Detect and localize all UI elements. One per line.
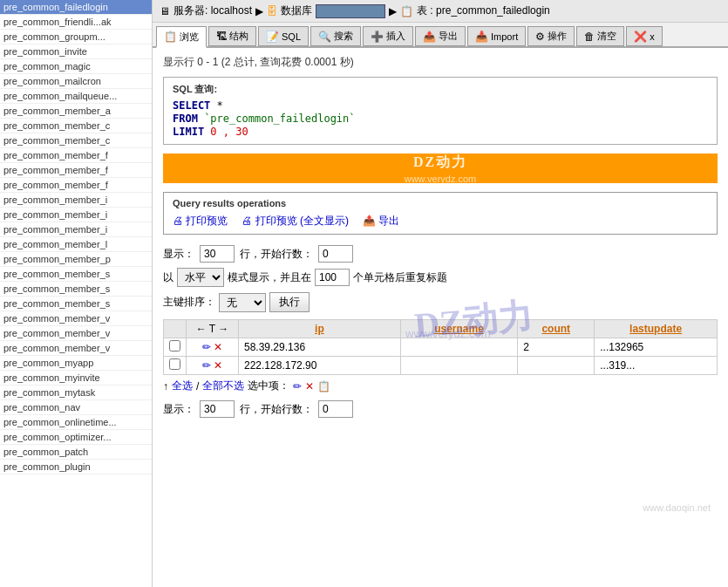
del-row-icon[interactable]: ✕ [214, 341, 222, 353]
tab-清空[interactable]: 🗑清空 [576, 26, 624, 46]
sidebar-item-22[interactable]: pre_common_member_v [0, 326, 152, 341]
tab-label-2: SQL [282, 31, 301, 42]
sidebar-item-19[interactable]: pre_common_member_s [0, 282, 152, 297]
th-count[interactable]: count [518, 320, 595, 338]
sidebar-item-16[interactable]: pre_common_member_l [0, 237, 152, 252]
op-link-1[interactable]: 🖨 打印预览 (全文显示) [242, 214, 349, 229]
arrow-left[interactable]: ← [196, 323, 207, 335]
sidebar-item-1[interactable]: pre_common_friendli...ak [0, 15, 152, 30]
sidebar-item-28[interactable]: pre_common_onlinetime... [0, 415, 152, 430]
db-label: 数据库 [281, 3, 312, 18]
tab-icon-7: ⚙ [535, 31, 545, 43]
sidebar-item-23[interactable]: pre_common_member_v [0, 341, 152, 356]
sidebar-item-11[interactable]: pre_common_member_f [0, 163, 152, 178]
operations-title: Query results operations [173, 198, 708, 208]
sidebar-item-31[interactable]: pre_common_plugin [0, 460, 152, 474]
th-ip[interactable]: ip [239, 320, 401, 338]
footer-start-input[interactable] [318, 400, 353, 418]
start-input[interactable] [318, 245, 353, 263]
sidebar-item-18[interactable]: pre_common_member_s [0, 267, 152, 282]
sidebar-item-9[interactable]: pre_common_member_c [0, 133, 152, 148]
tab-插入[interactable]: ➕插入 [363, 26, 413, 46]
breadcrumb: 🖥 服务器: localhost ▶ 🗄 数据库 ▶ 📋 表 : pre_com… [153, 0, 728, 23]
tab-操作[interactable]: ⚙操作 [527, 26, 575, 46]
row-checkbox-0[interactable] [169, 340, 180, 352]
sidebar-item-10[interactable]: pre_common_member_f [0, 148, 152, 163]
sidebar-item-30[interactable]: pre_common_patch [0, 445, 152, 460]
sidebar-item-20[interactable]: pre_common_member_s [0, 297, 152, 311]
op-link-0[interactable]: 🖨 打印预览 [173, 214, 228, 229]
horiz-select[interactable]: 水平 垂直 [177, 268, 224, 287]
sidebar-item-26[interactable]: pre_common_mytask [0, 386, 152, 400]
th-lastupdate[interactable]: lastupdate [595, 320, 718, 338]
sidebar-item-15[interactable]: pre_common_member_i [0, 222, 152, 237]
row-label: 行，开始行数： [240, 247, 313, 262]
server-icon: 🖥 [160, 5, 170, 17]
sidebar-item-5[interactable]: pre_common_mailcron [0, 74, 152, 89]
tab-Import[interactable]: 📥Import [467, 26, 526, 46]
sidebar-item-21[interactable]: pre_common_member_v [0, 311, 152, 326]
cell-count-1 [518, 357, 595, 375]
table-row: ✏✕58.39.29.1362...132965 [164, 338, 718, 357]
sidebar-item-6[interactable]: pre_common_mailqueue... [0, 89, 152, 104]
del-row-icon[interactable]: ✕ [214, 359, 222, 372]
tab-label-3: 搜索 [334, 30, 353, 43]
sidebar-item-13[interactable]: pre_common_member_i [0, 193, 152, 208]
tab-搜索[interactable]: 🔍搜索 [310, 26, 361, 46]
orange-bar: DZ动力 www.verydz.com [163, 154, 718, 183]
sidebar-item-17[interactable]: pre_common_member_p [0, 252, 152, 267]
show-input[interactable] [200, 245, 235, 263]
sidebar-item-3[interactable]: pre_common_invite [0, 44, 152, 59]
tab-icon-1: 🏗 [216, 31, 227, 43]
row-checkbox-1[interactable] [169, 358, 180, 370]
tab-label-9: x [650, 31, 655, 42]
select-all-link[interactable]: 全选 [172, 379, 193, 393]
watermark-main: DZ动力 [405, 154, 477, 172]
tab-label-5: 导出 [439, 30, 458, 43]
db-input[interactable] [316, 4, 385, 18]
deselect-all-link[interactable]: 全部不选 [202, 379, 244, 393]
sidebar-item-4[interactable]: pre_common_magic [0, 59, 152, 74]
arrow-right[interactable]: → [218, 323, 228, 335]
table-label: 表 : pre_common_failedlogin [417, 3, 550, 18]
copy-icon[interactable]: 📋 [317, 380, 330, 392]
tab-x[interactable]: ❌x [626, 26, 663, 46]
cell-input[interactable] [315, 269, 350, 286]
main-content: 🖥 服务器: localhost ▶ 🗄 数据库 ▶ 📋 表 : pre_com… [153, 0, 728, 587]
sidebar-item-25[interactable]: pre_common_myinvite [0, 371, 152, 386]
tab-SQL[interactable]: 📝SQL [258, 26, 309, 46]
edit-row-icon[interactable]: ✏ [202, 359, 211, 372]
op-link-2[interactable]: 📤 导出 [363, 214, 399, 229]
footer-show-input[interactable] [200, 400, 235, 418]
edit-icon[interactable]: ✏ [293, 380, 302, 392]
edit-row-icon[interactable]: ✏ [202, 341, 211, 353]
exec-button[interactable]: 执行 [269, 292, 310, 312]
delete-icon[interactable]: ✕ [305, 380, 314, 392]
th-actions: ← T → [187, 320, 239, 338]
sidebar-item-27[interactable]: pre_common_nav [0, 400, 152, 415]
sidebar-item-0[interactable]: pre_common_failedlogin [0, 0, 152, 15]
sidebar-item-8[interactable]: pre_common_member_c [0, 119, 152, 133]
toolbar: 📋浏览🏗结构📝SQL🔍搜索➕插入📤导出📥Import⚙操作🗑清空❌x [153, 23, 728, 48]
sidebar-item-29[interactable]: pre_common_optimizer... [0, 430, 152, 445]
th-username[interactable]: username [400, 320, 517, 338]
sidebar: pre_common_failedloginpre_common_friendl… [0, 0, 153, 587]
cell-ip-0: 58.39.29.136 [239, 338, 401, 357]
pk-select[interactable]: 无 升序 降序 [219, 293, 266, 312]
tab-label-0: 浏览 [180, 31, 199, 44]
sidebar-item-2[interactable]: pre_common_groupm... [0, 30, 152, 44]
tab-浏览[interactable]: 📋浏览 [156, 26, 207, 48]
sidebar-item-7[interactable]: pre_common_member_a [0, 104, 152, 119]
db-icon: 🗄 [267, 5, 277, 17]
sql-title: SQL 查询: [173, 83, 708, 96]
footer-controls: 显示： 行，开始行数： [163, 400, 718, 418]
sidebar-item-24[interactable]: pre_common_myapp [0, 356, 152, 371]
tab-导出[interactable]: 📤导出 [415, 26, 466, 46]
sql-table: `pre_common_failedlogin` [204, 113, 355, 125]
tab-结构[interactable]: 🏗结构 [208, 26, 256, 46]
sql-from: FROM [173, 113, 198, 125]
sidebar-item-12[interactable]: pre_common_member_f [0, 178, 152, 193]
tab-icon-5: 📤 [423, 31, 436, 43]
breadcrumb-arrow1: ▶ [255, 5, 263, 17]
sidebar-item-14[interactable]: pre_common_member_i [0, 208, 152, 222]
